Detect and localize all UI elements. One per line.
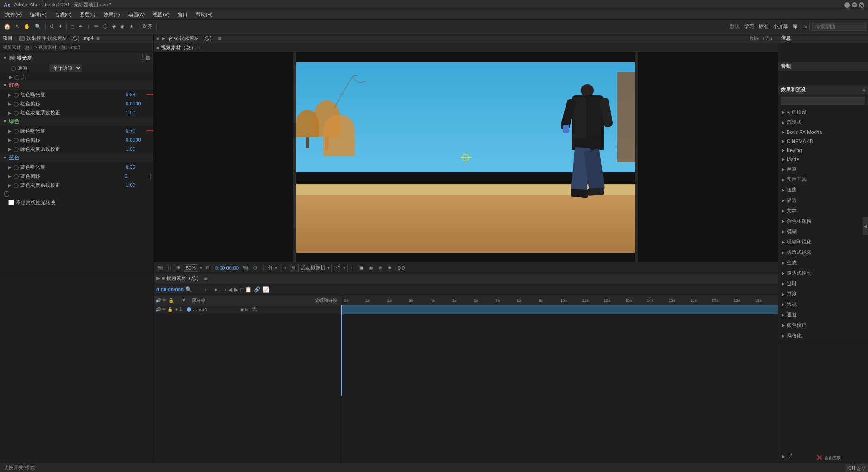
comp-tab[interactable]: 合成 视频素材（总） — [168, 35, 214, 42]
fit-btn[interactable]: ⊡ — [204, 265, 211, 271]
menu-file[interactable]: 文件(F) — [2, 10, 25, 19]
close-button[interactable]: ✕ — [859, 2, 864, 8]
panel-expand-btn[interactable]: ◀ — [863, 217, 868, 235]
timeline-tab[interactable]: 视频素材（总） — [166, 275, 201, 281]
waveform-btn[interactable]: ⬡ — [251, 265, 259, 271]
hand-tool[interactable]: ✋ — [22, 23, 32, 30]
effects-menu-icon[interactable]: ≡ — [862, 87, 865, 93]
red-expand[interactable]: ▼ — [3, 83, 7, 88]
quality-label[interactable]: 二分 — [263, 264, 273, 271]
add-marker-btn[interactable]: ♦ — [214, 286, 217, 293]
undo-marker-btn[interactable]: ⟵ — [205, 286, 212, 293]
graph-btn[interactable]: 📈 — [262, 286, 269, 293]
section-immersive-video[interactable]: ▶ 仿透式视频 — [778, 247, 868, 257]
new-layer-btn[interactable]: 📋 — [245, 286, 252, 293]
redo-marker-btn[interactable]: ⟶ — [219, 286, 226, 293]
camera-btn[interactable]: 📷 — [241, 265, 250, 271]
effects-tab[interactable]: 效果控件 — [26, 35, 46, 42]
menu-animation[interactable]: 动画(A) — [125, 10, 149, 19]
menu-help[interactable]: 帮助(H) — [192, 10, 216, 19]
text-tool[interactable]: T — [85, 23, 92, 30]
draft-btn[interactable]: ◎ — [367, 265, 375, 271]
snapshot-btn[interactable]: 📷 — [156, 265, 165, 271]
solo-btn[interactable]: ☀ — [175, 307, 179, 312]
menu-edit[interactable]: 编辑(E) — [26, 10, 50, 19]
section-boris[interactable]: ▶ Boris FX Mocha — [778, 128, 868, 137]
section-channel2[interactable]: ▶ 通道 — [778, 310, 868, 320]
toggle-transparency-btn[interactable]: ⊞ — [175, 265, 182, 271]
timeline-time[interactable]: 0:00:00:000 — [156, 287, 184, 292]
source-tab[interactable]: 视频素材（总）.mp4 — [47, 35, 93, 42]
rectangle-tool[interactable]: □ — [69, 23, 76, 30]
menu-effects[interactable]: 效果(T) — [100, 10, 123, 19]
new-solid-btn[interactable]: □ — [240, 286, 243, 293]
render-btn[interactable]: □ — [349, 265, 356, 271]
section-stroke[interactable]: ▶ 描边 — [778, 195, 868, 205]
search-help-input[interactable] — [812, 23, 866, 31]
red-gamma-value[interactable]: 1.00 — [126, 110, 151, 115]
puppet-tool[interactable]: ✦ — [57, 23, 64, 30]
puppet2-tool[interactable]: ★ — [127, 23, 136, 30]
section-channel[interactable]: ▶ 声道 — [778, 164, 868, 174]
effects-search-input[interactable] — [781, 97, 865, 105]
zoom-tool[interactable]: 🔍 — [33, 23, 43, 30]
roto-tool[interactable]: ◉ — [118, 23, 127, 30]
reset-btn[interactable]: ⊕ — [386, 265, 393, 271]
section-stylize[interactable]: ▶ 风格化 — [778, 330, 868, 341]
layer-switch1[interactable]: ▣ — [240, 307, 244, 312]
section-blur[interactable]: ▶ 模糊 — [778, 226, 868, 237]
green-offset-value[interactable]: 0.0000 — [126, 137, 151, 143]
maximize-button[interactable]: □ — [852, 2, 857, 8]
right-handle[interactable] — [635, 52, 638, 262]
section-text[interactable]: ▶ 文本 — [778, 205, 868, 216]
lock-toggle[interactable]: 🔒 — [167, 307, 173, 312]
home-button[interactable]: 🏠 — [2, 22, 13, 31]
section-expression-ctrl[interactable]: ▶ 表达式控制 — [778, 268, 868, 278]
small-screen-label[interactable]: 小屏幕 — [771, 23, 790, 30]
section-color-correct[interactable]: ▶ 颜色校正 — [778, 320, 868, 330]
section-animation-preset[interactable]: ▶ 动画预设 — [778, 107, 868, 117]
video-toggle[interactable]: 👁 — [162, 307, 166, 312]
brush-tool[interactable]: ✏ — [93, 23, 100, 30]
timeline-tab-menu[interactable]: ≡ — [204, 275, 207, 281]
source-tab-menu[interactable]: ≡ — [197, 45, 200, 51]
menu-view[interactable]: 视图(V) — [149, 10, 173, 19]
section-obsolete[interactable]: ▶ 过时 — [778, 278, 868, 289]
count-display[interactable]: 1个 — [334, 264, 341, 271]
search-timeline-btn[interactable]: 🔍 — [185, 286, 192, 293]
layer-value[interactable]: 无 — [252, 306, 257, 313]
expand-triangle[interactable]: ▼ — [3, 56, 7, 61]
menu-layer[interactable]: 图层(L) — [76, 10, 99, 19]
comp-btn[interactable]: □ — [281, 265, 288, 271]
audio-toggle[interactable]: 🔊 — [156, 307, 161, 312]
section-utility[interactable]: ▶ 实用工具 — [778, 174, 868, 185]
learn-label[interactable]: 学习 — [742, 23, 756, 30]
link-btn[interactable]: 🔗 — [254, 286, 260, 293]
red-offset-value[interactable]: 0.0000 — [126, 101, 151, 106]
layer-name[interactable]: ...mp4 — [193, 307, 238, 312]
blue-expand[interactable]: ▼ — [3, 155, 7, 160]
section-immersive[interactable]: ▶ 沉浸式 — [778, 117, 868, 128]
toggle-mode-btn[interactable]: 切换开关/模式 — [4, 464, 35, 471]
section-distort[interactable]: ▶ 扭曲 — [778, 185, 868, 195]
gpu-btn[interactable]: ▣ — [358, 265, 365, 271]
rotation-tool[interactable]: ↺ — [48, 23, 56, 30]
menu-compose[interactable]: 合成(C) — [51, 10, 75, 19]
project-tab[interactable]: 项目 — [3, 35, 13, 42]
channel-select[interactable]: 单个通道 — [49, 64, 82, 72]
tab-menu-icon[interactable]: ≡ — [97, 35, 100, 42]
tab-menu-icon2[interactable]: ≡ — [218, 35, 221, 42]
section-generate[interactable]: ▶ 生成 — [778, 257, 868, 268]
camera-label[interactable]: 活动摄像机 — [301, 264, 326, 271]
zoom-display[interactable]: 50% — [184, 264, 198, 272]
section-perspective[interactable]: ▶ 透视 — [778, 299, 868, 310]
green-expand[interactable]: ▼ — [3, 119, 7, 124]
standard-label[interactable]: 标准 — [757, 23, 770, 30]
show-channel-btn[interactable]: □ — [166, 265, 173, 271]
eraser-tool[interactable]: ◈ — [110, 23, 118, 30]
minimize-button[interactable]: — — [844, 2, 850, 8]
blue-brightness-value[interactable]: 0.35 — [126, 164, 151, 170]
pen-tool[interactable]: ✒ — [77, 23, 85, 30]
select-tool[interactable]: ↖ — [14, 23, 21, 30]
blue-gamma-value[interactable]: 1.00 — [126, 182, 151, 188]
